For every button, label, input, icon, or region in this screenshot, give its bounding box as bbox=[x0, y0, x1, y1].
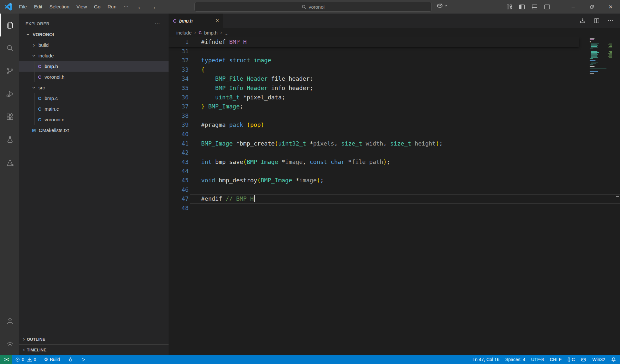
tab-close-icon[interactable]: × bbox=[212, 17, 219, 24]
code-line-31[interactable]: 31 bbox=[169, 47, 620, 56]
tree-root-voronoi[interactable]: ›VORONOI bbox=[19, 29, 169, 40]
section-timeline[interactable]: ›TIMELINE bbox=[19, 344, 169, 355]
code-line-39[interactable]: 39#pragma pack (pop) bbox=[169, 120, 620, 130]
menu-view[interactable]: View bbox=[73, 2, 90, 12]
minimap[interactable] bbox=[590, 38, 615, 74]
title-bar: FileEditSelectionViewGoRun⋯ ← → voronoi bbox=[0, 0, 620, 14]
code-line-41[interactable]: 41BMP_Image *bmp_create(uint32_t *pixels… bbox=[169, 139, 620, 148]
activity-settings-icon[interactable] bbox=[0, 332, 19, 355]
code-line-34[interactable]: 34 BMP_File_Header file_header; bbox=[169, 74, 620, 84]
code-line-37[interactable]: 37} BMP_Image; bbox=[169, 102, 620, 111]
copilot-menu-button[interactable] bbox=[437, 2, 448, 9]
menu-selection[interactable]: Selection bbox=[46, 2, 73, 12]
tree-item-cmakelists-txt[interactable]: MCMakelists.txt bbox=[19, 125, 169, 136]
close-window-button[interactable]: × bbox=[601, 0, 620, 14]
code-line-40[interactable]: 40 bbox=[169, 130, 620, 139]
cmake-debug-button[interactable] bbox=[65, 355, 76, 364]
menu-go[interactable]: Go bbox=[90, 2, 104, 12]
code-token bbox=[205, 103, 208, 110]
code-line-42[interactable]: 42 bbox=[169, 148, 620, 157]
code-line-36[interactable]: 36 uint8_t *pixel_data; bbox=[169, 93, 620, 102]
activity-accounts-icon[interactable] bbox=[0, 309, 19, 332]
command-center-search[interactable]: voronoi bbox=[194, 2, 432, 12]
code-line-43[interactable]: 43int bmp_save(BMP_Image *image, const c… bbox=[169, 157, 620, 167]
section-outline[interactable]: ›OUTLINE bbox=[19, 334, 169, 344]
toggle-secondary-sidebar-icon[interactable] bbox=[544, 4, 550, 10]
tree-item-bmp-c[interactable]: Cbmp.c bbox=[19, 93, 169, 104]
tree-item-include[interactable]: ›include bbox=[19, 50, 169, 61]
code-line-35[interactable]: 35 BMP_Info_Header info_header; bbox=[169, 84, 620, 93]
copilot-status-button[interactable] bbox=[578, 355, 589, 364]
activity-source-control-icon[interactable] bbox=[0, 59, 19, 82]
tree-item-bmp-h[interactable]: Cbmp.h bbox=[19, 61, 169, 72]
tab-bmp-h[interactable]: C bmp.h × bbox=[169, 14, 223, 28]
code-line-33[interactable]: 33{ bbox=[169, 65, 620, 75]
minimap-line bbox=[590, 58, 615, 59]
chevron-down-icon bbox=[444, 4, 448, 7]
platform-indicator[interactable]: Win32 bbox=[589, 355, 608, 364]
chevron-collapsed-icon: › bbox=[21, 347, 27, 353]
eol-sequence[interactable]: CRLF bbox=[547, 355, 564, 364]
tree-item-build[interactable]: ›build bbox=[19, 40, 169, 50]
code-line-48[interactable]: 48 bbox=[169, 204, 620, 213]
breadcrumb-item[interactable]: include bbox=[176, 30, 192, 35]
activity-testing-icon[interactable] bbox=[0, 128, 19, 151]
menu-[interactable]: ⋯ bbox=[120, 2, 132, 12]
code-line-1[interactable]: 1#ifndef BMP_H bbox=[169, 37, 579, 47]
cmake-build-button[interactable]: ⚙ Build bbox=[41, 355, 63, 364]
code-token: } bbox=[201, 103, 205, 110]
activity-search-icon[interactable] bbox=[0, 36, 19, 59]
encoding[interactable]: UTF-8 bbox=[528, 355, 547, 364]
menu-run[interactable]: Run bbox=[104, 2, 120, 12]
notifications-button[interactable] bbox=[608, 355, 620, 364]
history-back-button[interactable]: ← bbox=[137, 3, 144, 11]
breadcrumb-item[interactable]: bmp.h bbox=[204, 30, 218, 35]
tree-item-main-c[interactable]: Cmain.c bbox=[19, 104, 169, 114]
code-token: // BMP_H bbox=[226, 195, 254, 202]
folder-label: build bbox=[38, 42, 49, 48]
remote-indicator[interactable]: >< bbox=[0, 355, 12, 364]
code-token: { bbox=[201, 66, 205, 73]
cursor-position[interactable]: Ln 47, Col 16 bbox=[470, 355, 502, 364]
editor-more-actions-icon[interactable] bbox=[607, 18, 614, 24]
code-token bbox=[201, 94, 215, 101]
code-line-47[interactable]: 47#endif // BMP_H bbox=[169, 194, 620, 204]
run-build-task-icon[interactable] bbox=[580, 18, 586, 24]
activity-run-debug-icon[interactable] bbox=[0, 82, 19, 105]
activity-cmake-icon[interactable] bbox=[0, 151, 19, 174]
indentation[interactable]: Spaces: 4 bbox=[502, 355, 528, 364]
explorer-more-actions-icon[interactable]: ⋯ bbox=[155, 21, 160, 27]
menu-file[interactable]: File bbox=[16, 2, 30, 12]
minimize-button[interactable]: – bbox=[564, 0, 583, 14]
activity-explorer-icon[interactable] bbox=[0, 14, 19, 36]
minimap-line bbox=[590, 70, 615, 70]
tree-item-voronoi-h[interactable]: Cvoronoi.h bbox=[19, 72, 169, 82]
code-line-46[interactable]: 46 bbox=[169, 185, 620, 195]
restore-button[interactable] bbox=[583, 0, 601, 14]
code-line-45[interactable]: 45void bmp_destroy(BMP_Image *image); bbox=[169, 176, 620, 185]
breadcrumb-separator: › bbox=[194, 30, 196, 35]
code-editor[interactable]: 1#ifndef BMP_H 3132typedef struct image3… bbox=[169, 37, 620, 355]
code-token: BMP_H bbox=[229, 38, 247, 45]
toggle-primary-sidebar-icon[interactable] bbox=[519, 4, 525, 10]
tree-item-src[interactable]: ›src bbox=[19, 82, 169, 93]
eol-text: CRLF bbox=[550, 357, 562, 362]
split-editor-icon[interactable] bbox=[594, 18, 600, 24]
menu-edit[interactable]: Edit bbox=[30, 2, 46, 12]
breadcrumb-item[interactable]: ... bbox=[224, 30, 229, 35]
overview-ruler[interactable] bbox=[615, 37, 620, 355]
code-line-38[interactable]: 38 bbox=[169, 111, 620, 121]
history-forward-button[interactable]: → bbox=[150, 3, 157, 11]
sticky-scroll-line[interactable]: 1#ifndef BMP_H bbox=[169, 37, 620, 47]
problems-status[interactable]: 0 0 bbox=[12, 355, 39, 364]
customize-layout-icon[interactable] bbox=[506, 4, 512, 10]
code-line-44[interactable]: 44 bbox=[169, 167, 620, 176]
toggle-panel-icon[interactable] bbox=[532, 4, 538, 10]
code-token: int bbox=[201, 158, 212, 165]
tree-item-voronoi-c[interactable]: Cvoronoi.c bbox=[19, 114, 169, 125]
code-line-32[interactable]: 32typedef struct image bbox=[169, 56, 620, 65]
activity-extensions-icon[interactable] bbox=[0, 105, 19, 128]
cmake-launch-button[interactable] bbox=[78, 355, 88, 364]
minimap-line bbox=[590, 43, 615, 43]
language-mode[interactable]: {} C bbox=[564, 355, 578, 364]
